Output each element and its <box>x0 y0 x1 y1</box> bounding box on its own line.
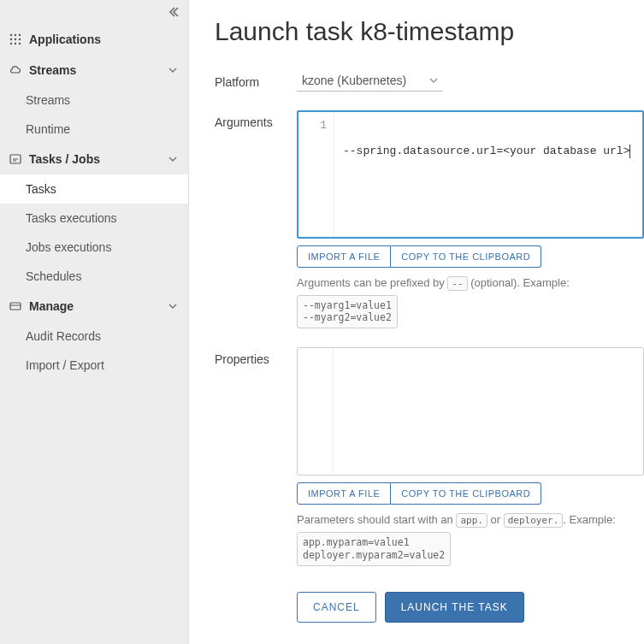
arguments-import-file-button[interactable]: IMPORT A FILE <box>297 245 391 268</box>
nav-item-audit-records[interactable]: Audit Records <box>0 322 188 351</box>
svg-point-1 <box>15 34 16 36</box>
inline-code: deployer. <box>504 513 564 528</box>
properties-import-file-button[interactable]: IMPORT A FILE <box>297 482 391 505</box>
platform-label: Platform <box>215 70 297 92</box>
properties-gutter <box>298 348 334 475</box>
collapse-sidebar-icon[interactable] <box>168 6 180 18</box>
nav-applications-label: Applications <box>29 32 180 46</box>
arguments-label: Arguments <box>215 110 297 328</box>
svg-point-8 <box>19 43 21 44</box>
nav-item-tasks-executions[interactable]: Tasks executions <box>0 204 188 233</box>
nav-tasks-jobs[interactable]: Tasks / Jobs <box>0 144 188 174</box>
page-title: Launch task k8-timestamp <box>215 17 644 46</box>
svg-point-6 <box>10 43 12 44</box>
properties-example: app.myparam=value1 deployer.myparam2=val… <box>297 532 451 566</box>
manage-icon <box>9 299 22 313</box>
cancel-button[interactable]: CANCEL <box>297 592 376 623</box>
nav-streams[interactable]: Streams <box>0 55 188 86</box>
properties-copy-clipboard-button[interactable]: COPY TO THE CLIPBOARD <box>391 482 541 505</box>
nav-manage[interactable]: Manage <box>0 291 188 322</box>
inline-code: app. <box>456 513 487 528</box>
svg-point-5 <box>19 38 21 40</box>
properties-editor[interactable] <box>297 347 644 476</box>
line-number: 1 <box>298 119 327 132</box>
arguments-content[interactable]: --spring.datasource.url=<your database u… <box>334 112 642 237</box>
arguments-line-1: --spring.datasource.url=<your database u… <box>343 145 629 158</box>
nav-item-schedules[interactable]: Schedules <box>0 262 188 291</box>
chevron-down-icon <box>166 299 180 313</box>
nav-item-import-export[interactable]: Import / Export <box>0 351 188 380</box>
cloud-icon <box>9 63 22 77</box>
svg-point-7 <box>15 43 16 44</box>
tasks-icon <box>9 152 22 166</box>
svg-point-3 <box>10 38 12 40</box>
svg-point-0 <box>10 34 12 36</box>
svg-point-4 <box>15 38 16 40</box>
svg-rect-10 <box>10 303 21 310</box>
platform-select[interactable]: kzone (Kubernetes) <box>297 70 442 92</box>
arguments-gutter: 1 <box>298 112 334 237</box>
arguments-copy-clipboard-button[interactable]: COPY TO THE CLIPBOARD <box>391 245 541 268</box>
arguments-example: --myarg1=value1 --myarg2=value2 <box>297 295 398 329</box>
properties-content[interactable] <box>334 348 643 475</box>
nav-tasks-jobs-label: Tasks / Jobs <box>29 152 166 166</box>
properties-help: Parameters should start with an app. or … <box>297 511 644 565</box>
arguments-editor[interactable]: 1 --spring.datasource.url=<your database… <box>297 110 644 239</box>
nav-item-tasks[interactable]: Tasks <box>0 174 188 204</box>
launch-task-button[interactable]: LAUNCH THE TASK <box>385 592 524 623</box>
text-cursor <box>629 145 630 158</box>
nav-applications[interactable]: Applications <box>0 24 188 55</box>
nav-item-jobs-executions[interactable]: Jobs executions <box>0 233 188 262</box>
page-title-task-name: k8-timestamp <box>360 17 514 45</box>
nav-item-streams[interactable]: Streams <box>0 86 188 115</box>
main-content: Launch task k8-timestamp Platform kzone … <box>189 0 644 644</box>
svg-point-2 <box>19 34 21 36</box>
platform-value: kzone (Kubernetes) <box>302 74 406 87</box>
nav-manage-label: Manage <box>29 299 166 313</box>
page-title-prefix: Launch task <box>215 17 360 45</box>
inline-code: -- <box>447 276 467 291</box>
nav-streams-label: Streams <box>29 63 166 77</box>
chevron-down-icon <box>166 152 180 166</box>
nav-item-runtime[interactable]: Runtime <box>0 115 188 144</box>
chevron-down-icon <box>428 75 439 86</box>
sidebar: Applications Streams Streams Runtime Tas… <box>0 0 189 644</box>
grid-icon <box>9 32 22 46</box>
properties-label: Properties <box>215 347 297 565</box>
chevron-down-icon <box>166 63 180 77</box>
arguments-help: Arguments can be prefixed by -- (optiona… <box>297 275 644 328</box>
